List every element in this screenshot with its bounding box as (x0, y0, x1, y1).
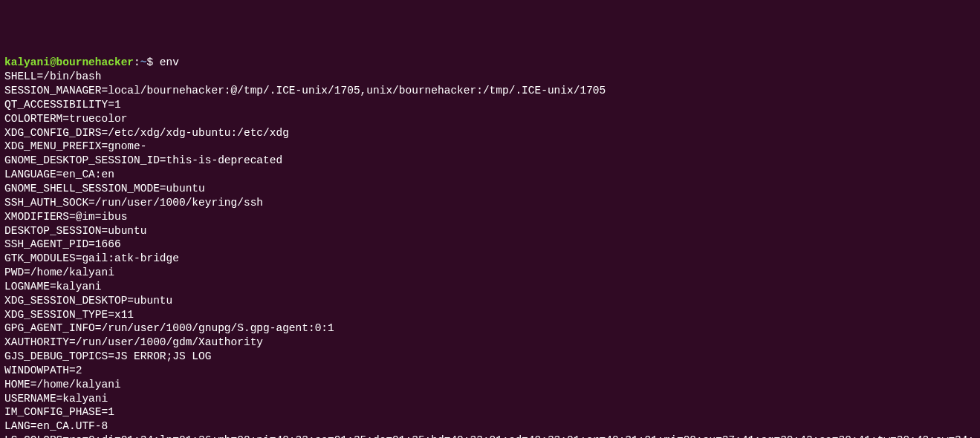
prompt-user-host: kalyani@bournehacker (4, 56, 134, 68)
prompt-symbol: $ (146, 56, 153, 68)
terminal-window[interactable]: kalyani@bournehacker:~$ env SHELL=/bin/b… (4, 56, 976, 438)
command-output: SHELL=/bin/bash SESSION_MANAGER=local/bo… (4, 71, 974, 438)
prompt-separator: : (134, 56, 140, 68)
command-text: env (160, 56, 179, 68)
